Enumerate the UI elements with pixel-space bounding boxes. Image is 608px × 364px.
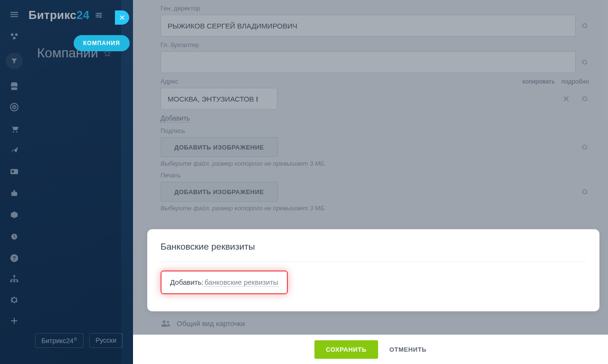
people-icon [161, 319, 172, 327]
svg-point-23 [167, 321, 169, 323]
field-stamp: Печать ДОБАВИТЬ ИЗОБРАЖЕНИЕ Выберите фай… [161, 172, 589, 212]
svg-rect-15 [13, 275, 15, 277]
gear-icon[interactable] [580, 21, 589, 30]
input-address[interactable] [161, 88, 277, 110]
add-bank-requisites[interactable]: Добавить: банковские реквизиты [161, 271, 288, 294]
bottom-tags: Битрикс24⊘ Русски [35, 333, 123, 348]
gear-icon[interactable] [580, 187, 589, 196]
field-signature: Подпись ДОБАВИТЬ ИЗОБРАЖЕНИЕ Выберите фа… [161, 127, 589, 167]
field-address: Адрес копировать подробно Добавить [161, 78, 589, 122]
svg-point-0 [11, 34, 13, 36]
header: Битрикс24 [28, 9, 103, 22]
save-button[interactable]: СОХРАНИТЬ [314, 340, 378, 359]
gear-icon[interactable] [580, 143, 589, 151]
robot-icon[interactable] [9, 188, 19, 198]
cart-icon[interactable] [9, 124, 19, 134]
gear-icon[interactable] [580, 58, 589, 66]
field-accountant: Гл. бухгалтер [161, 41, 589, 73]
activity-icon[interactable] [9, 31, 19, 41]
input-director[interactable] [161, 15, 576, 37]
label-address: Адрес [161, 78, 178, 85]
cancel-button[interactable]: ОТМЕНИТЬ [390, 346, 427, 353]
shop-icon[interactable] [9, 81, 19, 91]
svg-point-22 [163, 320, 166, 323]
company-badge: КОМПАНИЯ [74, 35, 130, 51]
more-link[interactable]: подробно [561, 78, 589, 85]
add-bank-link[interactable]: банковские реквизиты [204, 278, 278, 287]
svg-text:?: ? [12, 255, 16, 262]
settings-toggle-icon[interactable] [95, 11, 103, 19]
add-signature-image-button[interactable]: ДОБАВИТЬ ИЗОБРАЖЕНИЕ [161, 137, 278, 157]
clear-icon[interactable] [562, 95, 570, 103]
lang-tag[interactable]: Русски [89, 333, 123, 348]
sign-icon[interactable] [9, 145, 19, 155]
bank-requisites-card: Банковские реквизиты Добавить: банковски… [147, 229, 599, 311]
svg-point-20 [97, 15, 98, 16]
label-signature: Подпись [161, 127, 185, 134]
add-address-link[interactable]: Добавить [161, 114, 190, 122]
input-accountant[interactable] [161, 51, 576, 73]
bank-requisites-title: Банковские реквизиты [161, 242, 586, 252]
gear-icon[interactable] [580, 94, 589, 103]
menu-icon[interactable] [9, 9, 19, 19]
field-director: Ген. директор [161, 5, 589, 37]
gear-icon[interactable] [9, 295, 19, 305]
svg-point-19 [99, 13, 100, 14]
svg-rect-8 [10, 169, 18, 175]
svg-point-7 [16, 131, 18, 132]
svg-rect-10 [11, 192, 17, 196]
help-icon[interactable]: ? [9, 253, 19, 263]
target-icon[interactable] [9, 102, 19, 112]
copy-link[interactable]: копировать [522, 78, 555, 85]
brand-logo: Битрикс24 [28, 9, 90, 22]
svg-rect-11 [13, 190, 15, 192]
sitemap-icon[interactable] [9, 274, 19, 284]
footer-bar: СОХРАНИТЬ ОТМЕНИТЬ [133, 335, 608, 364]
close-button[interactable] [115, 10, 129, 25]
hint-stamp: Выберите файл, размер которого не превыш… [161, 205, 589, 212]
package-icon[interactable] [9, 210, 19, 220]
label-director: Ген. директор [161, 5, 200, 12]
filter-icon[interactable] [6, 53, 23, 69]
watch-icon[interactable] [9, 232, 19, 242]
add-stamp-image-button[interactable]: ДОБАВИТЬ ИЗОБРАЖЕНИЕ [161, 182, 278, 202]
hint-signature: Выберите файл, размер которого не превыш… [161, 160, 589, 167]
card-view-link[interactable]: Общий вид карточки [161, 319, 245, 327]
plus-icon[interactable] [9, 316, 19, 326]
svg-rect-17 [13, 280, 15, 282]
svg-point-2 [13, 37, 15, 39]
svg-point-1 [15, 34, 18, 36]
svg-point-21 [100, 16, 101, 18]
svg-rect-16 [10, 280, 12, 282]
left-rail: ? [0, 0, 28, 364]
close-icon [119, 14, 125, 21]
card-icon[interactable] [9, 167, 19, 177]
label-stamp: Печать [161, 172, 181, 179]
svg-rect-9 [12, 170, 14, 172]
svg-rect-18 [17, 280, 19, 282]
label-accountant: Гл. бухгалтер [161, 41, 199, 48]
svg-point-6 [13, 131, 14, 132]
svg-point-5 [14, 107, 15, 108]
plan-tag[interactable]: Битрикс24⊘ [35, 333, 84, 348]
add-bank-prefix: Добавить: [170, 278, 203, 286]
